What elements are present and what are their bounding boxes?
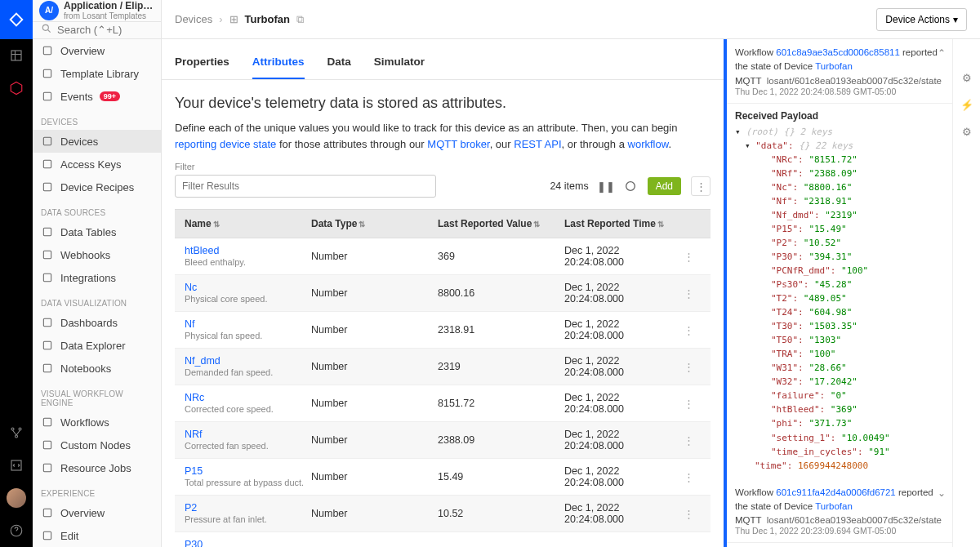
log-panel: ⌃ Workflow 601c8a9ae3a5cd0006c85811 repo… bbox=[724, 39, 952, 547]
sidebar-header[interactable]: A/ Application / Elipsa Pr… from Losant … bbox=[33, 0, 161, 22]
device-actions-button[interactable]: Device Actions▾ bbox=[876, 8, 967, 31]
table-row: NfPhysical fan speed.Number2318.91Dec 1,… bbox=[175, 312, 710, 349]
breadcrumb-root[interactable]: Devices bbox=[175, 13, 212, 25]
sidebar-item-devices[interactable]: Devices bbox=[33, 130, 161, 153]
row-menu[interactable]: ⋮ bbox=[676, 434, 701, 447]
attr-name[interactable]: Nf bbox=[185, 318, 311, 330]
log-entry[interactable]: ⌃ Workflow 601c8a9ae3a5cd0006c85811 repo… bbox=[727, 39, 952, 104]
attr-name[interactable]: P30 bbox=[185, 539, 311, 547]
payload-pair: "TRA": "100" bbox=[735, 347, 944, 361]
payload-pair: "W31": "28.66" bbox=[735, 361, 944, 375]
sidebar-item-events[interactable]: Events99+ bbox=[33, 85, 161, 108]
attr-name[interactable]: htBleed bbox=[185, 245, 311, 256]
search-box[interactable] bbox=[33, 22, 161, 39]
attr-name[interactable]: P15 bbox=[185, 465, 311, 477]
tab-data[interactable]: Data bbox=[327, 56, 351, 79]
attr-name[interactable]: Nf_dmd bbox=[185, 355, 311, 367]
sidebar-icon bbox=[41, 135, 54, 148]
description: Define each of the unique values you wou… bbox=[175, 120, 710, 152]
more-menu[interactable]: ⋮ bbox=[691, 176, 710, 196]
nav-icon-1[interactable] bbox=[0, 39, 33, 72]
row-menu[interactable]: ⋮ bbox=[676, 508, 701, 520]
gear-icon[interactable]: ⚙ bbox=[962, 72, 972, 84]
row-menu[interactable]: ⋮ bbox=[676, 361, 701, 373]
sidebar-item-access-keys[interactable]: Access Keys bbox=[33, 153, 161, 176]
row-menu[interactable]: ⋮ bbox=[676, 251, 701, 263]
nav-icon-2[interactable] bbox=[0, 72, 33, 105]
attr-desc: Physical fan speed. bbox=[185, 331, 262, 340]
svg-point-2 bbox=[19, 428, 21, 430]
table-row: NcPhysical core speed.Number8800.16Dec 1… bbox=[175, 275, 710, 312]
add-button[interactable]: Add bbox=[648, 177, 681, 195]
col-type[interactable]: Data Type bbox=[311, 218, 357, 229]
sidebar-item-label: Integrations bbox=[60, 272, 116, 284]
attr-name[interactable]: NRc bbox=[185, 392, 311, 403]
payload-pair: "P30": "394.31" bbox=[735, 250, 944, 264]
col-val[interactable]: Last Reported Value bbox=[438, 218, 532, 229]
sidebar-item-overview[interactable]: Overview bbox=[33, 39, 161, 62]
section-sources: DATA SOURCES bbox=[33, 198, 161, 220]
sidebar-item-label: Data Tables bbox=[60, 226, 116, 238]
link-rest[interactable]: REST API bbox=[514, 138, 561, 150]
help-icon[interactable] bbox=[0, 514, 33, 547]
sidebar-icon bbox=[41, 506, 54, 519]
attr-time: Dec 1, 2022 20:24:08.000 bbox=[564, 392, 676, 415]
nav-icon-graph[interactable] bbox=[0, 416, 33, 449]
attr-name[interactable]: Nc bbox=[185, 282, 311, 293]
sidebar-item-workflows[interactable]: Workflows bbox=[33, 411, 161, 434]
sidebar-item-data-tables[interactable]: Data Tables bbox=[33, 220, 161, 243]
sidebar-item-notebooks[interactable]: Notebooks bbox=[33, 357, 161, 380]
attr-value: 8800.16 bbox=[438, 287, 564, 299]
tab-properties[interactable]: Properties bbox=[175, 56, 229, 79]
log-entry[interactable]: ⌄ Workflow 601c911fa42d4a0006fd6721 repo… bbox=[727, 479, 952, 544]
refresh-icon[interactable] bbox=[623, 179, 638, 193]
sidebar-item-dashboards[interactable]: Dashboards bbox=[33, 311, 161, 334]
sidebar-item-overview[interactable]: Overview bbox=[33, 501, 161, 524]
tab-attributes[interactable]: Attributes bbox=[252, 56, 305, 79]
col-name[interactable]: Name bbox=[185, 218, 212, 229]
attr-type: Number bbox=[311, 471, 438, 483]
col-time[interactable]: Last Reported Time bbox=[564, 218, 656, 229]
row-menu[interactable]: ⋮ bbox=[676, 398, 701, 410]
tab-simulator[interactable]: Simulator bbox=[374, 56, 425, 79]
row-menu[interactable]: ⋮ bbox=[676, 471, 701, 483]
link-reporting-state[interactable]: reporting device state bbox=[175, 138, 276, 150]
avatar[interactable] bbox=[7, 488, 26, 508]
attr-name[interactable]: NRf bbox=[185, 429, 311, 440]
section-devices: DEVICES bbox=[33, 108, 161, 130]
sidebar-item-webhooks[interactable]: Webhooks bbox=[33, 243, 161, 266]
sidebar-item-edit[interactable]: Edit bbox=[33, 524, 161, 547]
sidebar-item-device-recipes[interactable]: Device Recipes bbox=[33, 176, 161, 198]
sidebar-item-label: Overview bbox=[60, 507, 105, 519]
search-input[interactable] bbox=[57, 24, 153, 36]
sidebar-item-integrations[interactable]: Integrations bbox=[33, 266, 161, 289]
copy-icon[interactable]: ⧉ bbox=[296, 13, 304, 26]
link-mqtt[interactable]: MQTT broker bbox=[427, 138, 489, 150]
log-entry[interactable]: Workflow 601c8a9ae3a5cd0006c85811 report… bbox=[727, 543, 952, 547]
sidebar-item-label: Custom Nodes bbox=[60, 439, 131, 451]
row-menu[interactable]: ⋮ bbox=[676, 324, 701, 336]
link-workflow[interactable]: workflow bbox=[628, 138, 669, 150]
chevron-up-icon[interactable]: ⌃ bbox=[938, 47, 946, 59]
sidebar-item-resource-jobs[interactable]: Resource Jobs bbox=[33, 456, 161, 479]
sidebar-item-data-explorer[interactable]: Data Explorer bbox=[33, 334, 161, 357]
sidebar-item-label: Device Recipes bbox=[60, 181, 134, 193]
table-row: P15Total pressure at bypass duct.Number1… bbox=[175, 459, 710, 496]
attr-name[interactable]: P2 bbox=[185, 502, 311, 514]
nav-icon-code[interactable] bbox=[0, 449, 33, 482]
pause-icon[interactable]: ❚❚ bbox=[599, 179, 613, 193]
svg-rect-15 bbox=[43, 274, 51, 281]
attr-desc: Total pressure at bypass duct. bbox=[185, 478, 304, 487]
debug-icon[interactable]: ⚡ bbox=[960, 99, 973, 111]
toolstrip: ⚙ ⚡ ⚙ bbox=[952, 39, 980, 547]
row-menu[interactable]: ⋮ bbox=[676, 287, 701, 300]
attr-time: Dec 1, 2022 20:24:08.000 bbox=[564, 502, 676, 525]
logo[interactable] bbox=[0, 0, 33, 39]
settings-icon[interactable]: ⚙ bbox=[962, 126, 972, 138]
svg-rect-9 bbox=[43, 92, 51, 100]
sidebar: A/ Application / Elipsa Pr… from Losant … bbox=[33, 0, 162, 547]
sidebar-item-custom-nodes[interactable]: Custom Nodes bbox=[33, 434, 161, 456]
filter-input[interactable] bbox=[175, 175, 436, 198]
sidebar-item-template-library[interactable]: Template Library bbox=[33, 62, 161, 85]
chevron-down-icon[interactable]: ⌄ bbox=[938, 487, 946, 499]
